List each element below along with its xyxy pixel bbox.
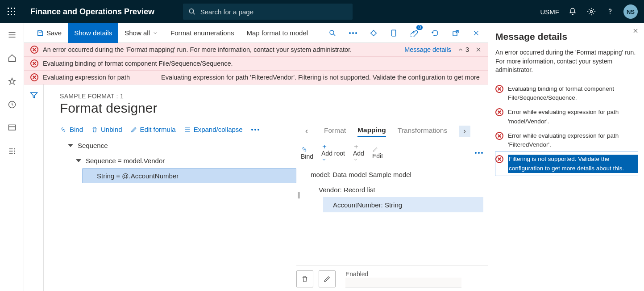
filter-button[interactable] (29, 91, 38, 291)
panel-error-item[interactable]: Evaluating binding of format component F… (495, 82, 638, 105)
search-input[interactable] (200, 8, 347, 16)
nav-favorites[interactable] (7, 76, 17, 87)
message-row: Evaluating binding of format component F… (24, 57, 488, 71)
right-edit-button[interactable]: Edit (372, 146, 383, 160)
save-icon (37, 30, 44, 37)
svg-rect-5 (14, 11, 15, 12)
error-icon (495, 85, 503, 93)
svg-rect-14 (8, 125, 15, 130)
bind-button[interactable]: Bind (60, 126, 83, 133)
map-format-button[interactable]: Map format to model (241, 23, 315, 43)
close-page-button[interactable] (469, 26, 483, 40)
tree-node[interactable]: Vendor: Record list (315, 182, 483, 197)
chevron-down-icon (353, 157, 358, 162)
svg-point-29 (258, 129, 259, 131)
nav-modules[interactable] (7, 146, 17, 156)
list-icon (184, 126, 191, 133)
popout-button[interactable] (449, 26, 463, 40)
tree-node-selected[interactable]: String = @.AccountNumber (82, 168, 296, 183)
right-bind-button[interactable]: Bind (301, 146, 313, 160)
breadcrumb: SAMPLE FORMAT : 1 (60, 93, 488, 100)
edit-button[interactable] (319, 270, 336, 287)
search-icon (328, 29, 337, 37)
nav-home[interactable] (7, 53, 17, 63)
panel-error-item[interactable]: Error while evaluating expression for pa… (495, 105, 638, 129)
tree-node[interactable]: Sequence (66, 138, 296, 153)
panel-close-button[interactable] (632, 28, 639, 34)
message-bar: An error occurred during the 'Format map… (24, 43, 488, 84)
edit-formula-button[interactable]: Edit formula (130, 126, 176, 133)
user-avatar[interactable]: NS (623, 4, 638, 19)
plus-icon (353, 143, 359, 150)
tree-node[interactable]: model: Data model Sample model (307, 167, 483, 182)
svg-rect-6 (8, 14, 9, 15)
svg-line-20 (333, 34, 335, 36)
add-root-button[interactable]: Add root (321, 143, 345, 162)
right-more-button[interactable] (474, 152, 483, 154)
add-button[interactable]: Add (353, 143, 364, 162)
tab-prev-button[interactable] (301, 126, 312, 137)
waffle-launcher[interactable] (0, 0, 23, 23)
message-collapse-toggle[interactable]: 3 (457, 46, 469, 53)
tab-next-button[interactable] (459, 126, 470, 137)
panel-error-item[interactable]: Error while evaluating expression for pa… (495, 129, 638, 152)
panel-item-text: Evaluating binding of format component F… (508, 84, 638, 103)
svg-rect-24 (371, 30, 377, 36)
attachments-button[interactable]: 0 (407, 26, 422, 40)
tab-format[interactable]: Format (324, 127, 346, 136)
settings-button[interactable] (586, 6, 597, 17)
ellipsis-icon (251, 128, 260, 131)
svg-point-12 (610, 13, 611, 14)
find-button[interactable] (325, 26, 340, 40)
expand-collapse-button[interactable]: Expand/collapse (184, 126, 243, 133)
plus-icon (321, 143, 328, 150)
tab-transformations[interactable]: Transformations (398, 127, 447, 136)
chevron-left-icon (303, 128, 310, 135)
add-root-label: Add root (321, 150, 345, 157)
notifications-button[interactable] (567, 6, 578, 17)
save-button[interactable]: Save (30, 23, 68, 43)
options-diamond-button[interactable] (366, 26, 381, 40)
tab-mapping[interactable]: Mapping (357, 126, 386, 137)
chevron-down-icon (321, 157, 327, 162)
tree-node[interactable]: Sequence = model.Vendor (74, 153, 296, 168)
delete-button[interactable] (296, 270, 313, 287)
error-icon (30, 46, 38, 54)
workspace-icon (8, 123, 17, 132)
panel-error-item-selected[interactable]: Filtering is not supported. Validate the… (495, 152, 638, 176)
pencil-icon (372, 146, 378, 152)
show-all-button[interactable]: Show all (118, 23, 164, 43)
pane-splitter[interactable]: ‖ (296, 124, 301, 266)
home-icon (8, 54, 17, 63)
tree-node-label: String = @.AccountNumber (97, 172, 179, 180)
more-button[interactable] (346, 26, 360, 40)
svg-rect-4 (11, 11, 12, 12)
filter-column (24, 84, 44, 291)
help-button[interactable] (605, 6, 615, 17)
svg-rect-1 (11, 8, 12, 9)
tree-node-focus[interactable]: AccountNumber: String (333, 197, 402, 212)
global-search[interactable] (183, 4, 353, 20)
tree-node-label: AccountNumber: String (333, 201, 402, 209)
message-details-link[interactable]: Message details (404, 46, 451, 53)
svg-rect-2 (14, 8, 15, 9)
hamburger-icon (8, 30, 17, 39)
page-options-button[interactable] (387, 26, 401, 40)
panel-item-text: Error while evaluating expression for pa… (508, 131, 638, 150)
tree-node-selected-row[interactable]: AccountNumber: String (323, 197, 483, 212)
enabled-field[interactable] (345, 278, 461, 287)
show-details-button[interactable]: Show details (68, 23, 118, 43)
refresh-button[interactable] (428, 26, 442, 40)
panel-item-text: Error while evaluating expression for pa… (508, 108, 638, 126)
company-code[interactable]: USMF (540, 8, 560, 16)
message-close-button[interactable] (475, 46, 482, 53)
nav-workspaces[interactable] (7, 122, 17, 133)
left-more-button[interactable] (251, 128, 260, 131)
nav-hamburger[interactable] (7, 30, 17, 40)
pencil-icon (130, 126, 137, 133)
nav-recent[interactable] (7, 99, 17, 110)
format-enumerations-button[interactable]: Format enumerations (164, 23, 241, 43)
unbind-button[interactable]: Unbind (91, 126, 122, 133)
message-text: Evaluating binding of format component F… (43, 60, 482, 67)
gear-icon (587, 7, 596, 16)
